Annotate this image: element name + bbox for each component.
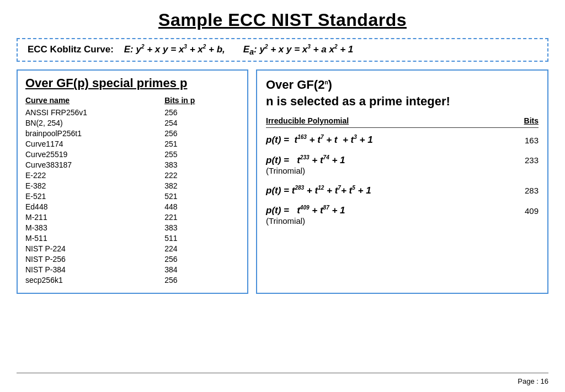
curve-name: NIST P-256 (25, 254, 153, 264)
curve-name: E-521 (25, 191, 153, 201)
curve-table: Curve name Bits in p ANSSI FRP256v1256BN… (25, 96, 239, 285)
curve-bits: 224 (153, 243, 239, 254)
poly-col1-header: Irreducible Polynomial (266, 116, 349, 125)
poly-expr: p(t) = t233 + t74 + 1(Trinomial) (266, 154, 345, 176)
poly-bits: 163 (525, 135, 539, 145)
table-row: BN(2, 254)254 (25, 117, 239, 128)
curve-name: secp256k1 (25, 275, 153, 285)
curve-bits: 256 (153, 275, 239, 285)
curve-bits: 382 (153, 180, 239, 191)
poly-note: (Trinomial) (266, 166, 305, 175)
poly-note: (Trinomial) (266, 216, 305, 225)
curve-name: NIST P-384 (25, 264, 153, 275)
page-title: Sample ECC NIST Standards (17, 10, 548, 30)
curve-bits: 254 (153, 117, 239, 128)
curve-bits: 221 (153, 212, 239, 222)
curve-name: Curve1174 (25, 138, 153, 149)
poly-bits: 283 (525, 185, 539, 195)
table-row: ANSSI FRP256v1256 (25, 107, 239, 117)
table-row: brainpoolP256t1256 (25, 128, 239, 138)
koblitz-text: ECC Koblitz Curve: E: y2 + x y = x3 + x2… (28, 44, 353, 55)
table-row: NIST P-224224 (25, 243, 239, 254)
table-row: E-521521 (25, 191, 239, 201)
curve-name: M-211 (25, 212, 153, 222)
table-row: M-511511 (25, 233, 239, 243)
curve-bits: 251 (153, 138, 239, 149)
col1-header: Curve name (25, 96, 153, 107)
page-divider (17, 373, 548, 373)
curve-bits: 256 (153, 128, 239, 138)
table-row: NIST P-256256 (25, 254, 239, 264)
curve-name: E-382 (25, 180, 153, 191)
curve-bits: 383 (153, 159, 239, 170)
curve-name: M-511 (25, 233, 153, 243)
table-row: Curve383187383 (25, 159, 239, 170)
koblitz-box: ECC Koblitz Curve: E: y2 + x y = x3 + x2… (17, 38, 548, 62)
poly-expr: p(t) = t163 + t7 + t + t3 + 1 (266, 135, 373, 146)
poly-header: Irreducible Polynomial Bits (266, 116, 539, 128)
curve-bits: 448 (153, 201, 239, 212)
poly-row: p(t) = t283 + t12 + t7+ t5 + 1283 (266, 185, 539, 196)
table-row: secp256k1256 (25, 275, 239, 285)
col2-header: Bits in p (153, 96, 239, 107)
left-panel: Over GF(p) special primes p Curve name B… (17, 69, 248, 294)
page-number: Page : 16 (518, 377, 548, 385)
curve-bits: 383 (153, 222, 239, 233)
right-panel-title-line1: Over GF(2n) (266, 77, 539, 93)
table-row: M-383383 (25, 222, 239, 233)
curve-name: NIST P-224 (25, 243, 153, 254)
curve-bits: 521 (153, 191, 239, 201)
curve-bits: 256 (153, 107, 239, 117)
curve-name: BN(2, 254) (25, 117, 153, 128)
table-row: NIST P-384384 (25, 264, 239, 275)
koblitz-eq1: E: y2 + x y = x3 + x2 + b, (124, 44, 225, 55)
table-row: E-382382 (25, 180, 239, 191)
curve-bits: 256 (153, 254, 239, 264)
right-panel: Over GF(2n) n is selected as a prime int… (256, 69, 548, 294)
koblitz-eq2: Ea: y2 + x y = x3 + a x2 + 1 (243, 44, 353, 55)
table-row: Curve1174251 (25, 138, 239, 149)
curve-bits: 222 (153, 170, 239, 180)
right-panel-title-line2: n is selected as a prime integer! (266, 94, 539, 109)
poly-expr: p(t) = t283 + t12 + t7+ t5 + 1 (266, 185, 371, 196)
curve-name: E-222 (25, 170, 153, 180)
poly-col2-header: Bits (524, 116, 539, 125)
table-row: Curve25519255 (25, 149, 239, 159)
curve-name: ANSSI FRP256v1 (25, 107, 153, 117)
table-row: M-211221 (25, 212, 239, 222)
page-container: Sample ECC NIST Standards ECC Koblitz Cu… (0, 0, 565, 392)
poly-rows: p(t) = t163 + t7 + t + t3 + 1163p(t) = t… (266, 135, 539, 227)
koblitz-label: ECC Koblitz Curve: (28, 44, 114, 55)
poly-bits: 409 (525, 205, 539, 216)
poly-bits: 233 (525, 154, 539, 165)
curve-name: Ed448 (25, 201, 153, 212)
table-row: E-222222 (25, 170, 239, 180)
poly-row: p(t) = t409 + t87 + 1(Trinomial)409 (266, 205, 539, 227)
curve-bits: 511 (153, 233, 239, 243)
table-row: Ed448448 (25, 201, 239, 212)
curve-name: Curve25519 (25, 149, 153, 159)
curve-bits: 384 (153, 264, 239, 275)
curve-name: M-383 (25, 222, 153, 233)
curve-name: Curve383187 (25, 159, 153, 170)
main-content: Over GF(p) special primes p Curve name B… (17, 69, 548, 294)
poly-row: p(t) = t163 + t7 + t + t3 + 1163 (266, 135, 539, 146)
curve-name: brainpoolP256t1 (25, 128, 153, 138)
poly-row: p(t) = t233 + t74 + 1(Trinomial)233 (266, 154, 539, 176)
poly-expr: p(t) = t409 + t87 + 1(Trinomial) (266, 205, 345, 227)
curve-bits: 255 (153, 149, 239, 159)
left-panel-title: Over GF(p) special primes p (25, 76, 239, 90)
